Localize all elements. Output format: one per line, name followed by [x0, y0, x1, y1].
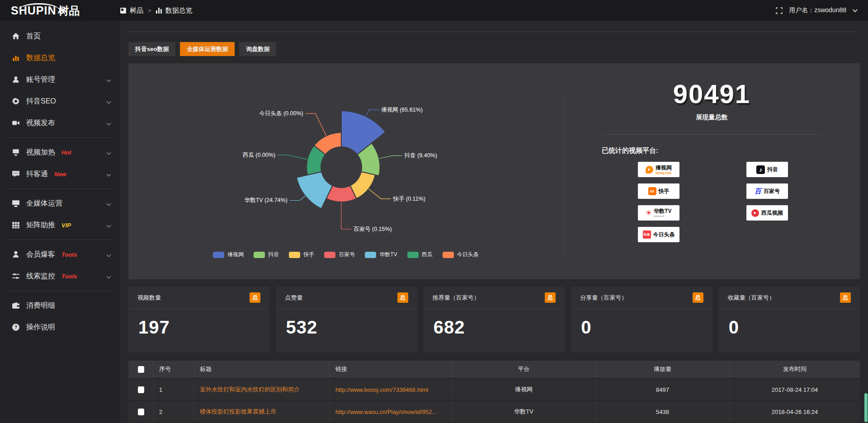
tab-2[interactable]: 询盘数据: [239, 42, 276, 56]
sidebar-item-lead-monitor[interactable]: 线索监控Tools: [0, 265, 120, 287]
gear-icon: [12, 97, 20, 105]
breadcrumb-current[interactable]: 数据总览: [165, 6, 193, 15]
sidebar-item-label: 线索监控: [26, 272, 55, 281]
sidebar-item-label: 数据总览: [26, 53, 55, 63]
sidebar-item-data-overview[interactable]: 数据总览: [0, 47, 120, 69]
legend-item-今日头条[interactable]: 今日头条: [443, 251, 479, 258]
chevron-down-icon: [107, 99, 111, 103]
column-header-0: 序号: [154, 361, 194, 378]
legend-swatch: [289, 252, 300, 258]
sidebar-item-video-publish[interactable]: 视频发布: [0, 112, 120, 134]
pie-label-line: [368, 189, 391, 199]
breadcrumb-separator: >: [148, 7, 151, 14]
sidebar-item-label: 首页: [26, 32, 41, 41]
stat-card-title: 推荐量（百家号）: [433, 294, 480, 302]
legend-label: 西瓜: [422, 251, 433, 258]
fullscreen-icon[interactable]: [776, 7, 783, 14]
chevron-down-icon: [107, 223, 111, 227]
cell-platform: 播视网: [452, 379, 596, 400]
sidebar: 首页数据总览账号管理抖音SEO视频发布视频加热Hot抖客通New全媒体运营矩阵助…: [0, 21, 120, 423]
wasu-logo: ✳: [646, 209, 652, 217]
sidebar-item-consumption-detail[interactable]: 消费明细: [0, 295, 120, 316]
video-icon: [12, 119, 20, 127]
total-badge: 总: [397, 292, 408, 303]
grid-icon: [12, 221, 20, 229]
cell-plays: 8497: [596, 379, 730, 400]
baijiahao-logo: 百: [755, 187, 761, 196]
pie-label-line: [290, 196, 306, 201]
total-badge: 总: [693, 292, 703, 303]
stat-card-value: 682: [424, 309, 565, 338]
chevron-down-icon[interactable]: [853, 7, 858, 12]
cell-url-link[interactable]: http://www.wasu.cn/Play/show/id/952...: [330, 401, 452, 422]
help-icon: ?: [12, 323, 20, 331]
page-scrollbar[interactable]: [864, 21, 868, 423]
column-header-1: 标题: [194, 361, 330, 378]
sidebar-item-label: 矩阵助推: [26, 221, 55, 230]
table-row: 2楼体投影灯投影效果震撼上市http://www.wasu.cn/Play/sh…: [128, 401, 860, 422]
sidebar-item-douyin-seo[interactable]: 抖音SEO: [0, 90, 120, 112]
platform-badge-百家号: 百百家号: [746, 183, 788, 199]
pie-label-line: [278, 155, 307, 160]
sidebar-item-home[interactable]: 首页: [0, 25, 120, 47]
sidebar-item-video-heat[interactable]: 视频加热Hot: [0, 141, 120, 163]
pie-label-line: [306, 113, 326, 136]
sidebar-item-omni-media[interactable]: 全媒体运营: [0, 193, 120, 214]
breadcrumb-root[interactable]: 树品: [130, 6, 143, 15]
legend-item-抖音[interactable]: 抖音: [254, 251, 279, 258]
tab-0[interactable]: 抖音seo数据: [128, 42, 175, 56]
chevron-down-icon: [107, 274, 111, 278]
cell-title-link[interactable]: 室外水纹灯和室内水纹灯的区别和简介: [194, 379, 330, 400]
heat-icon: [12, 148, 20, 156]
pie-label-line: [366, 110, 379, 116]
shupin-crumb-icon: [120, 8, 126, 14]
toutiao-logo: 头条: [643, 230, 651, 239]
pie-label-line: [379, 155, 402, 159]
stat-card-title: 收藏量（百家号）: [728, 294, 775, 302]
chat-icon: [12, 170, 20, 178]
scrollbar-thumb[interactable]: [864, 393, 868, 422]
sidebar-item-account-management[interactable]: 账号管理: [0, 69, 120, 90]
douyin-logo: ♪: [756, 165, 765, 174]
stat-card-4: 收藏量（百家号）总0: [719, 287, 860, 352]
legend-item-百家号[interactable]: 百家号: [324, 251, 355, 258]
username[interactable]: 用户名：zswodun88: [789, 6, 846, 14]
cell-published: 2018-04-26 16:24: [730, 401, 860, 422]
stat-card-title: 分享量（百家号）: [580, 294, 627, 302]
legend-label: 快手: [303, 251, 314, 258]
sidebar-item-tag: Tools: [61, 251, 77, 258]
platforms-label: 已统计的视频平台:: [602, 146, 860, 155]
pie-label: 快手 (0.11%): [393, 196, 425, 202]
pie-chart: 播视网 (65.61%)抖音 (9.40%)快手 (0.11%)百家号 (0.1…: [128, 63, 563, 279]
logo-text-cn: 树品: [58, 5, 80, 16]
legend-item-快手[interactable]: 快手: [289, 251, 314, 258]
platform-badge-今日头条: 头条今日头条: [638, 227, 679, 242]
chart-legend: 播视网抖音快手百家号华数TV西瓜今日头条: [128, 251, 563, 258]
legend-item-播视网[interactable]: 播视网: [213, 251, 244, 258]
table-row: 1室外水纹灯和室内水纹灯的区别和简介http://www.boosj.com/7…: [128, 379, 860, 400]
sidebar-item-tag: VIP: [61, 222, 71, 229]
summary-panel: 90491 展现量总数 已统计的视频平台: ▶播视网boosj.com66快手✳…: [564, 63, 860, 279]
cell-title-link[interactable]: 楼体投影灯投影效果震撼上市: [194, 401, 330, 422]
row-checkbox[interactable]: [138, 386, 144, 393]
pie-slice-播视网[interactable]: [341, 111, 386, 155]
chevron-down-icon: [107, 121, 111, 125]
sidebar-item-operation-guide[interactable]: ?操作说明: [0, 316, 120, 338]
app-header: SHUPIN 树品 树品 > 数据总览 用户名：zswodun88: [0, 0, 868, 21]
row-checkbox[interactable]: [138, 409, 144, 415]
sidebar-divider: [8, 240, 112, 240]
sidebar-item-member-burst[interactable]: 会员爆客Tools: [0, 244, 120, 265]
legend-item-西瓜[interactable]: 西瓜: [407, 251, 433, 258]
legend-item-华数TV[interactable]: 华数TV: [365, 251, 397, 258]
cell-index: 2: [154, 401, 194, 422]
select-all-checkbox[interactable]: [138, 366, 144, 373]
platform-logo-grid: ▶播视网boosj.com66快手✳华数TVwasu.cn头条今日头条♪抖音百百…: [564, 162, 860, 242]
sidebar-item-matrix-boost[interactable]: 矩阵助推VIP: [0, 214, 120, 236]
stat-card-1: 点赞量总532: [276, 287, 417, 352]
cell-url-link[interactable]: http://www.boosj.com/7338468.html: [330, 379, 452, 400]
pie-slice-华数TV[interactable]: [297, 172, 333, 209]
stat-card-title: 视频数量: [137, 294, 161, 302]
bar-chart-crumb-icon: [156, 8, 162, 14]
sidebar-item-douketong[interactable]: 抖客通New: [0, 163, 120, 185]
tab-1[interactable]: 全媒体运营数据: [180, 42, 235, 56]
